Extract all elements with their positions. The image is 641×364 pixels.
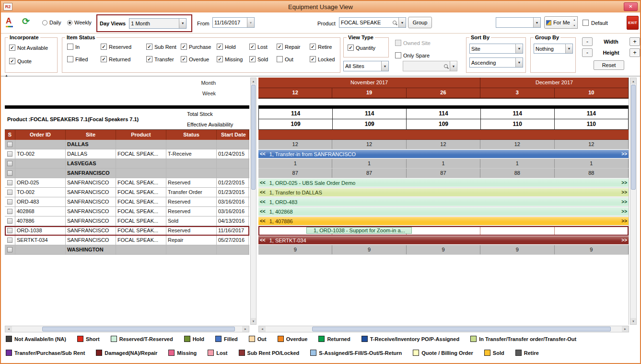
row-selector-icon[interactable] (7, 171, 12, 176)
checkbox-box[interactable]: ✓ (249, 44, 256, 50)
week-header-cell[interactable]: 19 (332, 88, 406, 98)
row-selector-icon[interactable] (7, 190, 12, 195)
row-select-cell[interactable] (5, 178, 15, 187)
column-header-status[interactable]: Status (166, 130, 217, 140)
dropdown-arrow-icon[interactable]: ▼ (515, 58, 523, 67)
checkbox-box[interactable]: ✓ (9, 45, 15, 51)
row-selector-icon[interactable] (7, 151, 12, 157)
timeline-row[interactable]: <<1, ORD-025 - UBS Sale Order Demo>> (258, 178, 629, 188)
week-header-cell[interactable]: 26 (407, 88, 480, 98)
checkbox-box[interactable]: ✓ (217, 56, 223, 62)
row-selector-icon[interactable] (7, 238, 12, 243)
row-select-cell[interactable] (5, 197, 15, 206)
grid-vertical-scrollbar[interactable]: ▲ ▼ (250, 78, 256, 325)
checkbox-lost[interactable]: ✓Lost (249, 44, 277, 50)
row-select-cell[interactable] (5, 159, 15, 168)
checkbox-box[interactable] (395, 52, 401, 58)
splitter-collapse-icon[interactable]: ▲ (5, 74, 8, 77)
week-header-cell[interactable]: 3 (480, 88, 554, 98)
checkbox-locked[interactable]: ✓Locked (310, 56, 338, 62)
checkbox-filled[interactable]: Filled (67, 56, 101, 62)
checkbox-box[interactable]: ✓ (146, 44, 152, 50)
scrollbar-thumb[interactable] (631, 85, 636, 190)
timeline-row[interactable]: <<1, ORD-483>> (258, 197, 629, 207)
row-select-cell[interactable] (5, 226, 15, 235)
height-decrease-button[interactable]: - (582, 48, 593, 57)
checkbox-reserved[interactable]: ✓Reserved (101, 44, 146, 50)
row-select-cell[interactable] (5, 245, 15, 254)
checkbox-box[interactable] (583, 20, 589, 26)
row-selector-icon[interactable] (7, 218, 12, 224)
weekly-radio-circle[interactable] (67, 20, 72, 25)
checkbox-box[interactable]: ✓ (146, 56, 152, 62)
timeline-row[interactable]: <<1, SERTKT-034>> (258, 236, 629, 245)
row-select-cell[interactable] (5, 169, 15, 178)
dropdown-arrow-icon[interactable]: ▼ (515, 44, 523, 53)
weekly-radio[interactable]: Weekly (67, 20, 92, 25)
order-row[interactable]: ORD-025SANFRANCISCOFOCAL SPEAK...Reserve… (5, 178, 249, 188)
from-date-field[interactable]: 11/16/2017 ▼ (212, 17, 255, 28)
timeline-row[interactable]: 99999 (258, 245, 629, 255)
row-select-cell[interactable] (5, 216, 15, 226)
spinner-up-icon[interactable]: ▲ (571, 17, 577, 23)
row-selector-icon[interactable] (7, 199, 12, 205)
timeline-vertical-scrollbar[interactable]: ▲ ▼ (630, 78, 637, 325)
dropdown-arrow-icon[interactable]: ▼ (398, 18, 406, 27)
dropdown-arrow-icon[interactable]: ▼ (381, 61, 388, 71)
scroll-right-icon[interactable]: ► (622, 326, 629, 332)
checkbox-box[interactable]: ✓ (9, 58, 15, 64)
width-decrease-button[interactable]: - (582, 37, 593, 46)
row-select-cell[interactable] (5, 236, 15, 245)
timeline-row[interactable]: 11111 (258, 159, 629, 169)
checkbox-box[interactable]: ✓ (310, 56, 316, 62)
checkbox-not-available[interactable]: ✓Not Available (9, 45, 57, 51)
scroll-down-icon[interactable]: ▼ (630, 318, 636, 324)
checkbox-box[interactable]: ✓ (217, 44, 223, 50)
checkbox-box[interactable]: ✓ (181, 44, 187, 50)
sort-direction-select[interactable]: Ascending ▼ (469, 57, 523, 68)
checkbox-hold[interactable]: ✓Hold (217, 44, 249, 50)
timeline-row[interactable]: <<1, Transfer-in from SANFRANCISCO>> (258, 149, 629, 159)
order-row[interactable]: TO-002SANFRANCISCOFOCAL SPEAK...Transfer… (5, 188, 249, 197)
checkbox-missing[interactable]: ✓Missing (217, 56, 249, 62)
height-increase-button[interactable]: + (629, 48, 640, 57)
row-selector-icon[interactable] (7, 161, 12, 166)
site-group-row[interactable]: LASVEGAS (5, 159, 249, 169)
usage-bar[interactable]: <<1, ORD-025 - UBS Sale Order Demo>> (258, 179, 629, 187)
calendar-dropdown-icon[interactable]: ▼ (247, 18, 254, 27)
checkbox-returned[interactable]: ✓Returned (101, 56, 146, 62)
checkbox-purchase[interactable]: ✓Purchase (181, 44, 217, 50)
checkbox-transfer[interactable]: ✓Transfer (146, 56, 181, 62)
order-row[interactable]: ORD-483SANFRANCISCOFOCAL SPEAK...Reserve… (5, 197, 249, 207)
width-increase-button[interactable]: + (629, 37, 640, 46)
week-header-cell[interactable]: 12 (258, 88, 332, 98)
checkbox-box[interactable]: ✓ (181, 56, 187, 62)
checkbox-sold[interactable]: ✓Sold (249, 56, 277, 62)
sort-field-select[interactable]: Site ▼ (469, 44, 523, 54)
row-selector-icon[interactable] (7, 247, 12, 252)
group-button[interactable]: Group (408, 17, 432, 28)
row-selector-icon[interactable] (7, 209, 12, 214)
checkbox-box[interactable]: ✓ (101, 56, 107, 62)
dropdown-arrow-icon[interactable]: ▼ (533, 18, 540, 27)
checkbox-overdue[interactable]: ✓Overdue (181, 56, 217, 62)
scroll-up-icon[interactable]: ▲ (251, 78, 256, 84)
spinner-down-icon[interactable]: ▼ (571, 23, 577, 28)
scrollbar-track[interactable] (12, 326, 242, 332)
daily-radio[interactable]: Daily (42, 20, 61, 25)
usage-bar[interactable]: <<1, ORD-483>> (258, 198, 629, 206)
column-header-site[interactable]: Site (66, 130, 116, 140)
checkbox-box[interactable] (277, 56, 283, 62)
row-select-cell[interactable] (5, 140, 15, 149)
checkbox-retire[interactable]: ✓Retire (310, 44, 338, 50)
usage-bar[interactable]: <<1, 407886>> (258, 217, 629, 225)
row-selector-icon[interactable] (7, 228, 12, 233)
timeline-row[interactable]: 1212121212 (258, 140, 629, 149)
order-row[interactable]: 402868SANFRANCISCOFOCAL SPEAK...Reserved… (5, 207, 249, 216)
timeline-horizontal-scrollbar[interactable]: ◄ ► (258, 326, 629, 332)
dropdown-arrow-icon[interactable]: ▼ (565, 44, 572, 53)
checkbox-box[interactable]: ✓ (348, 45, 354, 51)
column-header-order-id[interactable]: Order ID (15, 130, 66, 140)
checkbox-repair[interactable]: ✓Repair (277, 44, 310, 50)
usage-bar[interactable]: <<1, SERTKT-034>> (258, 236, 629, 244)
